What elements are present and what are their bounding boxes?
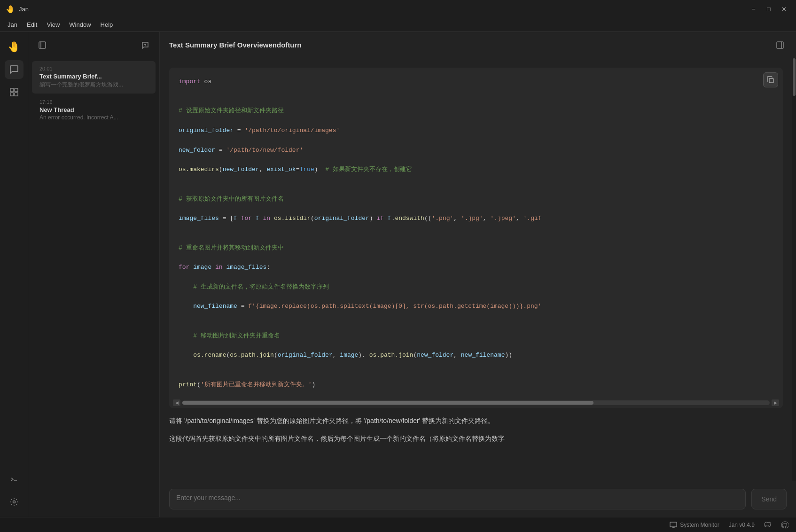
chat-title: Text Summary Brief Overviewendofturn [169,41,301,49]
text-message-1: 请将 '/path/to/original/images' 替换为您的原始图片文… [169,415,783,426]
grid-icon [9,87,19,97]
chat-icon [9,65,19,74]
statusbar-github[interactable] [781,521,788,529]
svg-rect-13 [670,522,677,527]
thread-list: 20:01 Text Summary Brief... 编写一个完整的俄罗斯方块… [28,58,159,517]
statusbar: System Monitor Jan v0.4.9 [0,517,796,532]
scroll-left-button[interactable]: ◀ [173,399,180,406]
statusbar-discord[interactable] [764,521,772,529]
message-input[interactable] [169,489,746,509]
sidebar-icon-terminal[interactable] [5,470,23,489]
collapse-sidebar-button[interactable] [36,39,49,52]
chat-header-right [773,39,787,52]
svg-point-5 [13,501,15,503]
sidebar-icons: 🤚 [0,32,28,517]
thread-time: 17:16 [39,99,148,105]
hand-wave-icon: 🤚 [8,41,20,53]
thread-item[interactable]: 17:16 New Thread An error occurred. Inco… [32,94,156,125]
messages-area: import os # 设置原始文件夹路径和新文件夹路径 original_fo… [160,58,792,481]
thread-preview: 编写一个完整的俄罗斯方块游戏... [39,81,148,89]
settings-icon [9,497,19,507]
sidebar-collapse-icon [39,41,46,49]
thread-title: Text Summary Brief... [39,73,148,80]
menubar: Jan Edit View Window Help [0,18,796,32]
code-block: import os # 设置原始文件夹路径和新文件夹路径 original_fo… [169,68,783,408]
new-chat-icon [141,41,149,49]
new-thread-button[interactable] [139,39,152,52]
statusbar-version: Jan v0.4.9 [729,522,755,528]
menu-help[interactable]: Help [97,20,117,30]
sidebar-icon-logo[interactable]: 🤚 [5,38,23,56]
code-scroll-area[interactable]: import os # 设置原始文件夹路径和新文件夹路径 original_fo… [169,68,783,398]
code-scrollbar: ◀ ▶ [169,398,783,408]
sidebar-header [28,32,159,58]
sidebar-panel: 20:01 Text Summary Brief... 编写一个完整的俄罗斯方块… [28,32,160,517]
thread-preview: An error occurred. Incorrect A... [39,114,148,121]
menu-window[interactable]: Window [65,20,94,30]
expand-right-sidebar-button[interactable] [773,39,787,52]
svg-rect-2 [10,93,14,96]
titlebar-controls: − □ ✕ [747,3,790,15]
thread-time: 20:01 [39,66,148,71]
sidebar-right-expand-icon [776,41,784,49]
code-block-header [763,72,778,87]
svg-rect-10 [777,42,783,48]
copy-icon [767,76,774,84]
input-area: Send [160,481,796,517]
thread-title: New Thread [39,106,148,113]
thread-item[interactable]: 20:01 Text Summary Brief... 编写一个完整的俄罗斯方块… [32,61,156,94]
right-scrollbar[interactable] [792,58,796,481]
svg-rect-3 [15,93,18,96]
menu-jan[interactable]: Jan [4,20,21,30]
menu-edit[interactable]: Edit [23,20,41,30]
discord-icon [764,521,772,529]
svg-rect-6 [39,42,46,48]
messages-with-scrollbar: import os # 设置原始文件夹路径和新文件夹路径 original_fo… [160,58,796,481]
github-icon [781,521,788,529]
scroll-right-button[interactable]: ▶ [772,399,779,406]
sidebar-icon-chat[interactable] [5,60,23,79]
send-button[interactable]: Send [751,489,787,509]
statusbar-system-monitor[interactable]: System Monitor [670,521,719,529]
app-body: 🤚 [0,32,796,517]
version-label: Jan v0.4.9 [729,522,755,528]
titlebar-title: Jan [19,6,29,13]
scroll-track[interactable] [182,400,770,405]
main-content: Text Summary Brief Overviewendofturn [160,32,796,517]
monitor-icon [670,521,677,529]
right-scrollbar-thumb [793,58,796,96]
close-button[interactable]: ✕ [777,3,790,15]
scroll-thumb [182,401,593,405]
sidebar-icon-models[interactable] [5,83,23,102]
maximize-button[interactable]: □ [762,3,775,15]
terminal-icon [9,475,19,484]
code-content: import os # 设置原始文件夹路径和新文件夹路径 original_fo… [169,68,783,398]
svg-rect-0 [10,88,14,92]
sidebar-icon-settings[interactable] [5,493,23,511]
svg-rect-1 [15,88,18,92]
chat-header: Text Summary Brief Overviewendofturn [160,32,796,58]
system-monitor-label: System Monitor [680,522,719,528]
svg-rect-12 [769,78,773,83]
copy-code-button[interactable] [763,72,778,87]
app-icon: 🤚 [6,5,15,14]
text-message-2: 这段代码首先获取原始文件夹中的所有图片文件名，然后为每个图片生成一个新的文件名（… [169,433,783,444]
titlebar: 🤚 Jan − □ ✕ [0,0,796,18]
minimize-button[interactable]: − [747,3,760,15]
titlebar-left: 🤚 Jan [6,5,29,14]
menu-view[interactable]: View [43,20,63,30]
